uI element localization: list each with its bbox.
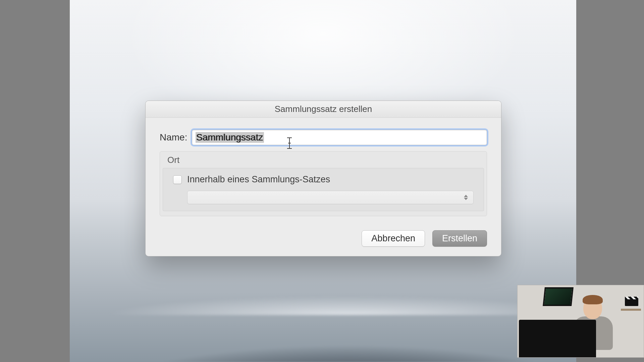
- updown-caret-icon: [463, 193, 469, 201]
- inside-set-checkbox[interactable]: [173, 175, 182, 184]
- dialog-body: Name: Sammlungssatz Ort Innerhalb eines …: [146, 118, 501, 256]
- clapperboard-decor: [625, 297, 638, 306]
- inside-set-checkbox-row: Innerhalb eines Sammlungs-Satzes: [173, 174, 474, 185]
- dialog-title: Sammlungssatz erstellen: [146, 101, 501, 118]
- location-groupbox: Ort Innerhalb eines Sammlungs-Satzes: [160, 151, 487, 216]
- name-label: Name:: [160, 132, 187, 143]
- name-input[interactable]: [192, 130, 487, 145]
- parent-set-select[interactable]: [187, 191, 474, 204]
- cancel-button[interactable]: Abbrechen: [362, 230, 425, 247]
- desktop-background: Sammlungssatz erstellen Name: Sammlungss…: [70, 0, 576, 362]
- create-button[interactable]: Erstellen: [432, 230, 487, 247]
- shelf-decor: [621, 309, 641, 311]
- presenter-webcam-overlay: [517, 285, 644, 358]
- background-mountain: [70, 288, 576, 362]
- name-input-wrap: Sammlungssatz: [192, 130, 487, 145]
- name-field-row: Name: Sammlungssatz: [160, 130, 487, 145]
- inside-set-checkbox-label: Innerhalb eines Sammlungs-Satzes: [187, 174, 330, 185]
- location-group-title: Ort: [160, 152, 487, 168]
- location-group-inner: Innerhalb eines Sammlungs-Satzes: [163, 168, 484, 211]
- dialog-button-row: Abbrechen Erstellen: [160, 230, 487, 247]
- create-collection-set-dialog: Sammlungssatz erstellen Name: Sammlungss…: [145, 101, 501, 256]
- presenter-monitor: [519, 320, 596, 357]
